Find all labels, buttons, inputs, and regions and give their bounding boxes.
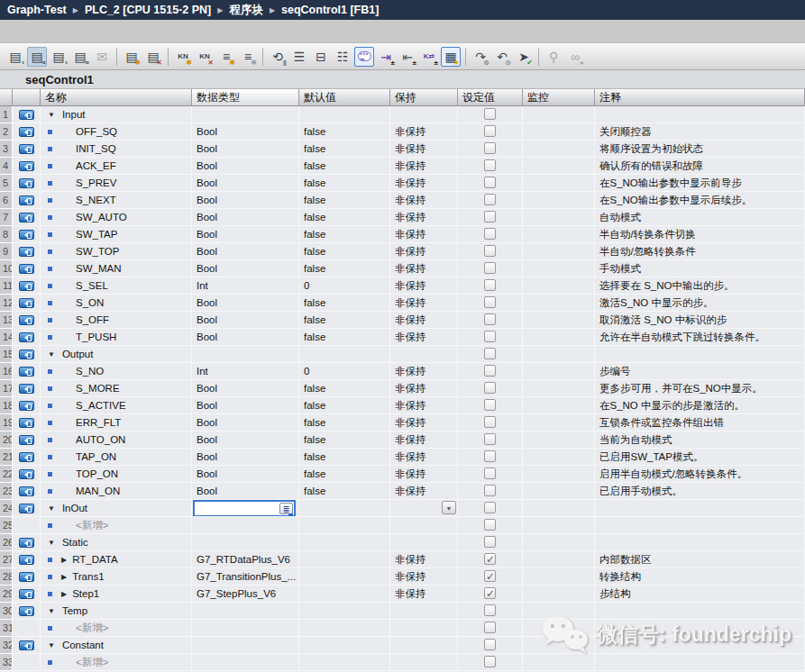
- datatype-cell[interactable]: Bool: [192, 414, 299, 431]
- update-start-values-icon[interactable]: ≡✱: [238, 47, 258, 67]
- default-value-cell[interactable]: false: [299, 260, 390, 277]
- row-number[interactable]: 10: [0, 260, 13, 277]
- retain-cell[interactable]: 非保持: [390, 568, 458, 586]
- retain-cell[interactable]: 非保持: [390, 431, 458, 449]
- default-value-cell[interactable]: [299, 654, 390, 671]
- datatype-cell[interactable]: [192, 534, 299, 551]
- retain-cell[interactable]: [390, 106, 458, 123]
- name-cell[interactable]: <新增>: [41, 620, 192, 637]
- setpoint-checkbox[interactable]: [484, 348, 496, 359]
- collapse-caret-icon[interactable]: ▼: [48, 504, 55, 513]
- setpoint-checkbox[interactable]: [484, 433, 496, 445]
- row-number[interactable]: 14: [0, 329, 13, 346]
- name-cell[interactable]: AUTO_ON: [41, 431, 192, 449]
- default-value-cell[interactable]: false: [299, 226, 390, 243]
- comment-cell[interactable]: 半自动/忽略转换条件: [595, 243, 805, 260]
- setpoint-checkbox[interactable]: [484, 228, 496, 240]
- row-number[interactable]: 24: [0, 500, 13, 517]
- setpoint-checkbox[interactable]: [484, 296, 496, 308]
- collapse-caret-icon[interactable]: ▼: [48, 111, 55, 119]
- setpoint-checkbox[interactable]: [484, 622, 496, 633]
- datatype-cell[interactable]: Int: [192, 363, 299, 380]
- comment-cell[interactable]: [595, 106, 805, 123]
- datatype-cell[interactable]: [192, 346, 299, 363]
- setpoint-checkbox[interactable]: [484, 399, 496, 411]
- row-number[interactable]: 7: [0, 209, 13, 226]
- comment-cell[interactable]: 允许在半自动模式下跳过转换条件。: [595, 329, 805, 346]
- row-number[interactable]: 18: [0, 397, 13, 414]
- setpoint-checkbox[interactable]: [484, 502, 496, 513]
- retain-cell[interactable]: 非保持: [390, 397, 458, 414]
- datatype-cell[interactable]: Bool: [192, 226, 299, 243]
- setpoint-checkbox[interactable]: [484, 587, 496, 599]
- default-value-cell[interactable]: 0: [299, 363, 390, 380]
- default-value-cell[interactable]: false: [299, 209, 390, 226]
- breadcrumb-item[interactable]: 程序块: [229, 3, 263, 18]
- retain-cell[interactable]: 非保持: [390, 123, 458, 141]
- comment-cell[interactable]: 选择要在 S_NO中输出的步。: [595, 277, 805, 295]
- setpoint-checkbox[interactable]: [484, 245, 496, 257]
- name-cell[interactable]: ERR_FLT: [41, 414, 192, 431]
- retain-cell[interactable]: 非保持: [390, 586, 458, 603]
- comment-cell[interactable]: [595, 637, 805, 654]
- name-cell[interactable]: TOP_ON: [41, 466, 192, 483]
- comment-cell[interactable]: [595, 654, 805, 671]
- datatype-cell[interactable]: Bool: [192, 158, 299, 175]
- name-cell[interactable]: <新增>: [41, 654, 192, 671]
- datatype-cell[interactable]: [192, 603, 299, 620]
- redo-cancel-icon[interactable]: ↷⊗: [471, 47, 490, 67]
- row-number[interactable]: 5: [0, 175, 13, 192]
- copy-snapshot-icon[interactable]: ⇤±: [398, 47, 417, 67]
- add-row-icon[interactable]: ▤✱: [122, 47, 142, 67]
- comment-cell[interactable]: [595, 346, 805, 363]
- collapse-caret-icon[interactable]: ▼: [48, 607, 55, 615]
- comment-cell[interactable]: 半自动/转换条件切换: [595, 226, 805, 243]
- row-number[interactable]: 17: [0, 380, 13, 397]
- setpoint-checkbox[interactable]: [484, 142, 496, 154]
- comment-cell[interactable]: [595, 500, 805, 517]
- name-cell[interactable]: MAN_ON: [41, 483, 192, 500]
- retain-cell[interactable]: 非保持: [390, 449, 458, 466]
- name-cell[interactable]: ▼Temp: [41, 603, 192, 620]
- default-value-cell[interactable]: false: [299, 295, 390, 312]
- expand-caret-icon[interactable]: ▶: [52, 573, 67, 581]
- comment-cell[interactable]: [595, 620, 805, 637]
- row-number[interactable]: 4: [0, 158, 13, 175]
- comment-cell[interactable]: 将顺序设置为初始状态: [595, 141, 805, 158]
- retain-cell[interactable]: 非保持: [390, 192, 458, 209]
- default-value-cell[interactable]: false: [299, 483, 390, 500]
- setpoint-checkbox[interactable]: [484, 211, 496, 222]
- default-value-cell[interactable]: [299, 517, 390, 534]
- append-row-icon[interactable]: ▤»: [70, 47, 90, 67]
- name-cell[interactable]: S_PREV: [41, 175, 192, 192]
- setpoint-checkbox[interactable]: [484, 125, 496, 137]
- comment-cell[interactable]: 取消激活 S_NO 中标识的步: [595, 312, 805, 329]
- default-value-cell[interactable]: false: [299, 414, 390, 431]
- retain-cell[interactable]: [390, 500, 458, 517]
- setpoint-checkbox[interactable]: [484, 450, 496, 462]
- setpoint-checkbox[interactable]: [484, 519, 496, 531]
- default-value-cell[interactable]: [299, 586, 390, 603]
- setpoint-checkbox[interactable]: [484, 536, 496, 548]
- setpoint-checkbox[interactable]: [484, 382, 496, 394]
- default-value-cell[interactable]: false: [299, 431, 390, 449]
- default-value-cell[interactable]: [299, 637, 390, 654]
- datatype-cell[interactable]: Bool: [192, 380, 299, 397]
- name-cell[interactable]: ▼Static: [41, 534, 192, 551]
- name-cell[interactable]: ▶Step1: [41, 586, 192, 603]
- retain-cell[interactable]: 非保持: [390, 158, 458, 175]
- default-value-cell[interactable]: false: [299, 158, 390, 175]
- row-number[interactable]: 1: [0, 106, 13, 123]
- comment-cell[interactable]: 互锁条件或监控条件组出错: [595, 414, 805, 431]
- default-value-cell[interactable]: 0: [299, 277, 390, 295]
- row-number[interactable]: 30: [0, 603, 13, 620]
- collapse-caret-icon[interactable]: ▼: [48, 539, 55, 547]
- comment-cell[interactable]: 自动模式: [595, 209, 805, 226]
- retain-dropdown-button[interactable]: [442, 501, 456, 514]
- initialize-setpoints-icon[interactable]: ≡✱: [216, 47, 236, 67]
- row-number[interactable]: 23: [0, 483, 13, 500]
- datatype-cell[interactable]: ≣: [192, 500, 299, 517]
- name-cell[interactable]: S_OFF: [41, 312, 192, 329]
- setpoint-checkbox[interactable]: [484, 570, 496, 582]
- datatype-cell[interactable]: Bool: [192, 466, 299, 483]
